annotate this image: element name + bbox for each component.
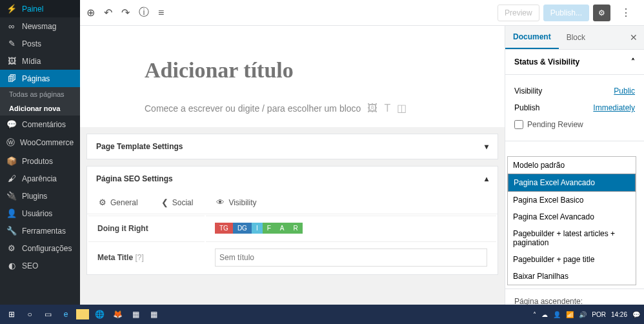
tab-document[interactable]: Document	[505, 26, 559, 49]
seo-tab-social[interactable]: ❮Social	[150, 191, 205, 214]
woo-icon: ⓦ	[6, 137, 15, 148]
sidebar-item-produtos[interactable]: 📦Produtos	[0, 152, 80, 170]
taskview-button[interactable]: ▭	[40, 307, 55, 322]
template-option[interactable]: Pagina Excel Avancado	[508, 208, 636, 225]
user-icon: 👤	[6, 208, 17, 218]
seo-badge: F	[263, 223, 276, 234]
sidebar-item-paginas[interactable]: 🗐Páginas	[0, 70, 80, 87]
doing-it-right-label: Doing it Right	[88, 216, 205, 240]
close-settings-button[interactable]: ✕	[630, 32, 638, 43]
publish-button[interactable]: Publish...	[543, 5, 589, 21]
seo-badge: A	[276, 223, 289, 234]
pin-icon: ✎	[6, 39, 17, 48]
start-button[interactable]: ⊞	[4, 307, 19, 322]
edge-icon[interactable]: e	[58, 307, 74, 322]
sidebar-item-aparencia[interactable]: 🖌Aparência	[0, 170, 80, 187]
comment-icon: 💬	[6, 119, 17, 129]
dashboard-icon: ⚡	[6, 4, 17, 14]
clock[interactable]: 14:26	[611, 311, 627, 318]
sidebar-item-usuarios[interactable]: 👤Usuários	[0, 205, 80, 222]
chevron-down-icon: ▾	[485, 142, 488, 151]
add-block-button[interactable]: ⊕	[86, 6, 95, 19]
app2-icon[interactable]: ▦	[146, 307, 161, 322]
seo-badge: I	[252, 223, 263, 234]
cortana-button[interactable]: ○	[22, 307, 37, 322]
admin-sidebar: ⚡Painel ∞Newsmag ✎Posts 🖼Mídia 🗐Páginas …	[0, 0, 80, 305]
info-button[interactable]: ⓘ	[139, 6, 149, 19]
sidebar-sub-adicionar[interactable]: Adicionar nova	[0, 101, 80, 116]
publish-value[interactable]: Immediately	[593, 103, 635, 112]
seo-badge: DG	[233, 223, 252, 234]
app-icon[interactable]: ▦	[128, 307, 143, 322]
post-title-input[interactable]: Adicionar título	[145, 58, 440, 83]
explorer-icon[interactable]	[76, 309, 89, 319]
seo-tab-general[interactable]: ⚙General	[87, 191, 150, 214]
paragraph-placeholder[interactable]: Comece a escrever ou digite / para escol…	[145, 102, 440, 114]
more-menu-button[interactable]: ⋮	[614, 3, 638, 22]
windows-taskbar: ⊞ ○ ▭ e 🌐 🦊 ▦ ▦ ˄ ☁ 👤 📶 🔊 POR 14:26 💬	[0, 305, 644, 324]
sidebar-item-ferramentas[interactable]: 🔧Ferramentas	[0, 222, 80, 239]
language-indicator[interactable]: POR	[592, 311, 606, 318]
settings-toggle-button[interactable]: ⚙	[593, 5, 610, 21]
settings-icon: ⚙	[6, 243, 17, 253]
seo-badge: R	[288, 223, 302, 234]
image-icon: 🖼	[367, 103, 377, 114]
seo-badges: TGDGIFAR	[215, 223, 487, 234]
page-icon: 🗐	[6, 74, 17, 83]
publish-label: Publish	[514, 103, 539, 112]
chevron-up-icon: ˄	[631, 57, 635, 66]
sidebar-item-newsmag[interactable]: ∞Newsmag	[0, 17, 80, 35]
volume-icon[interactable]: 🔊	[579, 311, 587, 318]
sidebar-item-configuracoes[interactable]: ⚙Configurações	[0, 239, 80, 257]
template-option[interactable]: Pagebuilder + latest articles + paginati…	[508, 225, 636, 251]
meta-title-label: Meta Title [?]	[88, 241, 205, 273]
seo-metabox: Página SEO Settings ▴ ⚙General ❮Social 👁…	[86, 166, 498, 275]
plug-icon: 🔌	[6, 191, 17, 201]
sidebar-item-midia[interactable]: 🖼Mídia	[0, 52, 80, 70]
network-icon[interactable]: 📶	[566, 311, 574, 318]
tray-up-icon[interactable]: ˄	[533, 311, 536, 318]
sidebar-sub-todas[interactable]: Todas as páginas	[0, 87, 80, 101]
outline-button[interactable]: ≡	[158, 7, 164, 19]
sidebar-item-seo[interactable]: ◐SEO	[0, 257, 80, 274]
sidebar-item-comentarios[interactable]: 💬Comentários	[0, 116, 80, 133]
people-icon[interactable]: 👤	[553, 311, 561, 318]
template-option[interactable]: Pagina Excel Avancado	[508, 174, 636, 192]
tab-block[interactable]: Block	[559, 26, 593, 48]
editor-main: Adicionar título Comece a escrever ou di…	[80, 26, 505, 305]
firefox-icon[interactable]: 🦊	[110, 307, 125, 322]
product-icon: 📦	[6, 156, 17, 166]
status-visibility-header[interactable]: Status & Visibility ˄	[505, 50, 644, 75]
newsmag-icon: ∞	[6, 21, 17, 31]
seo-tab-visibility[interactable]: 👁Visibility	[205, 191, 268, 214]
template-option[interactable]: Pagina Excel Basico	[508, 192, 636, 208]
sidebar-item-painel[interactable]: ⚡Painel	[0, 0, 80, 17]
notification-icon[interactable]: 💬	[632, 311, 640, 318]
eye-icon: 👁	[216, 197, 225, 207]
pending-review-checkbox[interactable]: Pending Review	[514, 120, 583, 129]
template-option[interactable]: Baixar Planilhas	[508, 268, 636, 285]
media-icon: 🖼	[6, 56, 17, 66]
seo-badge: TG	[215, 223, 233, 234]
chrome-icon[interactable]: 🌐	[92, 307, 107, 322]
preview-button[interactable]: Preview	[498, 5, 539, 21]
meta-title-input[interactable]	[215, 248, 487, 267]
visibility-value[interactable]: Public	[614, 86, 635, 96]
editor-toolbar: ⊕ ↶ ↷ ⓘ ≡ Preview Publish... ⚙ ⋮	[80, 0, 644, 26]
heading-icon: T	[384, 103, 390, 114]
page-template-header[interactable]: Page Template Settings ▾	[87, 134, 498, 159]
chevron-up-icon: ▴	[485, 174, 488, 183]
gear-icon: ⚙	[99, 197, 106, 207]
sidebar-item-posts[interactable]: ✎Posts	[0, 35, 80, 52]
sidebar-item-woocommerce[interactable]: ⓦWooCommerce	[0, 133, 80, 152]
undo-button[interactable]: ↶	[104, 6, 112, 19]
gallery-icon: ◫	[397, 102, 407, 114]
sidebar-item-plugins[interactable]: 🔌Plugins	[0, 187, 80, 205]
visibility-label: Visibility	[514, 86, 542, 96]
onedrive-icon[interactable]: ☁	[541, 311, 548, 318]
redo-button[interactable]: ↷	[121, 6, 130, 19]
template-option[interactable]: Pagebuilder + page title	[508, 251, 636, 268]
seo-header[interactable]: Página SEO Settings ▴	[87, 167, 498, 191]
template-option[interactable]: Modelo padrão	[508, 157, 636, 174]
template-dropdown: Modelo padrãoPagina Excel AvancadoPagina…	[507, 156, 636, 285]
